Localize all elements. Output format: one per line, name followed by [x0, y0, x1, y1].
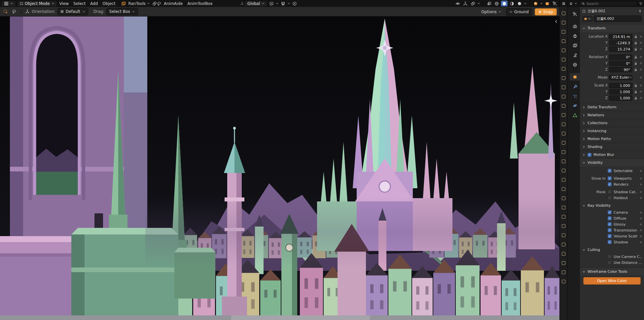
- scale-z-field[interactable]: 1.000: [609, 95, 632, 101]
- pin-icon[interactable]: [638, 10, 642, 13]
- holdout-checkbox[interactable]: [608, 196, 612, 200]
- location-z-field[interactable]: 15.274: [609, 47, 632, 52]
- glossy-checkbox[interactable]: [608, 222, 612, 226]
- outliner-object-icon[interactable]: [562, 233, 565, 237]
- search-input[interactable]: [587, 2, 635, 6]
- panel-wireframe-color-tools[interactable]: Wireframe Color Tools: [580, 267, 644, 275]
- outliner-object-icon[interactable]: [562, 224, 565, 228]
- addon-overlay-icon[interactable]: [152, 1, 157, 6]
- location-y-field[interactable]: -1249.3: [609, 40, 632, 46]
- outliner-object-icon[interactable]: [562, 67, 565, 71]
- animate-decorator[interactable]: [640, 212, 642, 213]
- object-type-visibility-button[interactable]: [454, 1, 461, 6]
- animate-decorator[interactable]: [640, 97, 642, 99]
- animate-decorator[interactable]: [640, 241, 642, 243]
- rantools-icon[interactable]: [121, 1, 126, 6]
- addon-button-1[interactable]: [544, 1, 551, 6]
- lock-icon[interactable]: [634, 47, 638, 51]
- outliner-object-icon[interactable]: [562, 206, 565, 209]
- tab-particles[interactable]: [570, 92, 580, 100]
- menu-view[interactable]: View: [57, 1, 71, 6]
- animate-decorator[interactable]: [640, 77, 642, 78]
- tab-output[interactable]: [570, 32, 580, 40]
- menu-rantools[interactable]: RanTools: [126, 1, 152, 6]
- animate-decorator[interactable]: [640, 56, 642, 58]
- lock-icon[interactable]: [634, 55, 638, 59]
- tab-modifiers[interactable]: [570, 83, 580, 90]
- menu-animaide[interactable]: AnimAide: [161, 1, 185, 6]
- tab-physics[interactable]: [570, 102, 580, 109]
- sidebar-toggle-icon[interactable]: [554, 19, 558, 24]
- toggle-xray-button[interactable]: [486, 1, 492, 6]
- scale-y-field[interactable]: 1.000: [609, 89, 632, 94]
- object-id-selector[interactable]: [582, 16, 592, 21]
- addon-curve-icon[interactable]: [157, 1, 161, 6]
- animate-decorator[interactable]: [640, 184, 642, 185]
- outliner-object-icon[interactable]: [562, 39, 565, 43]
- outliner-object-icon[interactable]: [562, 160, 565, 163]
- properties-search[interactable]: [579, 1, 637, 6]
- outliner-object-icon[interactable]: [562, 113, 565, 117]
- menu-animtoolbox[interactable]: AnimToolBox: [185, 1, 215, 6]
- subpanel-ray-visibility[interactable]: Ray Visibility: [580, 201, 644, 209]
- open-wire-color-button[interactable]: Open Wire Color: [583, 277, 641, 285]
- transmission-checkbox[interactable]: [608, 228, 612, 232]
- orientation-select[interactable]: Default: [57, 8, 88, 15]
- tab-object[interactable]: [570, 73, 580, 81]
- animate-decorator[interactable]: [640, 230, 642, 231]
- volume-scatter-checkbox[interactable]: [608, 234, 612, 238]
- animate-decorator[interactable]: [640, 235, 642, 237]
- outliner-object-icon[interactable]: [562, 178, 565, 182]
- show-gizmos-button[interactable]: [462, 1, 469, 6]
- rotation-y-field[interactable]: 0°: [609, 61, 632, 66]
- outliner-object-icon[interactable]: [562, 141, 565, 145]
- outliner-object-icon[interactable]: [562, 270, 565, 274]
- outliner-object-icon[interactable]: [562, 86, 565, 89]
- location-x-field[interactable]: 214.91 m: [609, 34, 632, 39]
- tab-tool[interactable]: [570, 10, 580, 18]
- animate-decorator[interactable]: [640, 178, 642, 179]
- animate-decorator[interactable]: [640, 191, 642, 193]
- menu-add[interactable]: Add: [88, 1, 100, 6]
- viewports-checkbox[interactable]: [608, 176, 612, 180]
- object-name-input[interactable]: [594, 16, 642, 22]
- rotation-z-field[interactable]: 90°: [609, 67, 632, 72]
- subpanel-culling[interactable]: Culling: [580, 245, 644, 254]
- scene-render[interactable]: [0, 17, 559, 320]
- outliner-editor-icon[interactable]: [562, 2, 565, 5]
- panel-delta-transform[interactable]: Delta Transform: [580, 103, 644, 111]
- outliner-object-icon[interactable]: [562, 280, 565, 283]
- animate-decorator[interactable]: [640, 218, 642, 219]
- panel-shading[interactable]: Shading: [580, 143, 644, 151]
- shadow-catcher-checkbox[interactable]: [608, 190, 612, 194]
- motion-blur-checkbox[interactable]: [588, 153, 591, 157]
- shading-rendered-button[interactable]: [516, 1, 523, 6]
- lasso-tool-button[interactable]: [11, 9, 18, 15]
- animate-decorator[interactable]: [640, 224, 642, 225]
- outliner-object-icon[interactable]: [562, 30, 565, 34]
- panel-motion-paths[interactable]: Motion Paths: [580, 135, 644, 143]
- outliner-object-icon[interactable]: [562, 261, 565, 265]
- selectable-checkbox[interactable]: [608, 169, 612, 173]
- outliner-object-icon[interactable]: [562, 95, 565, 98]
- distance-cull-checkbox[interactable]: [608, 261, 612, 265]
- addon-button-2[interactable]: [552, 1, 558, 6]
- editor-type-button[interactable]: [1, 1, 16, 7]
- outliner-object-icon[interactable]: [562, 12, 565, 15]
- outliner-object-icon[interactable]: [562, 215, 565, 219]
- proportional-editing-button[interactable]: [291, 1, 298, 6]
- shadow-checkbox[interactable]: [608, 240, 612, 244]
- panel-transform-header[interactable]: Transform: [580, 24, 644, 32]
- panel-instancing[interactable]: Instancing: [580, 127, 644, 135]
- breadcrumb-object-name[interactable]: 건물6.002: [588, 9, 605, 14]
- rotation-mode-select[interactable]: XYZ Euler: [609, 75, 632, 80]
- animate-decorator[interactable]: [640, 85, 642, 86]
- mode-select[interactable]: Object Mode: [17, 1, 57, 7]
- snap-toggle-button[interactable]: [280, 1, 286, 6]
- rotation-x-field[interactable]: 0°: [609, 54, 632, 60]
- drag-select[interactable]: Select Box: [106, 8, 138, 15]
- panel-visibility-header[interactable]: Visibility: [580, 159, 644, 166]
- outliner-object-icon[interactable]: [562, 252, 565, 256]
- tab-view-layer[interactable]: [570, 42, 580, 49]
- outliner-object-icon[interactable]: [562, 123, 565, 126]
